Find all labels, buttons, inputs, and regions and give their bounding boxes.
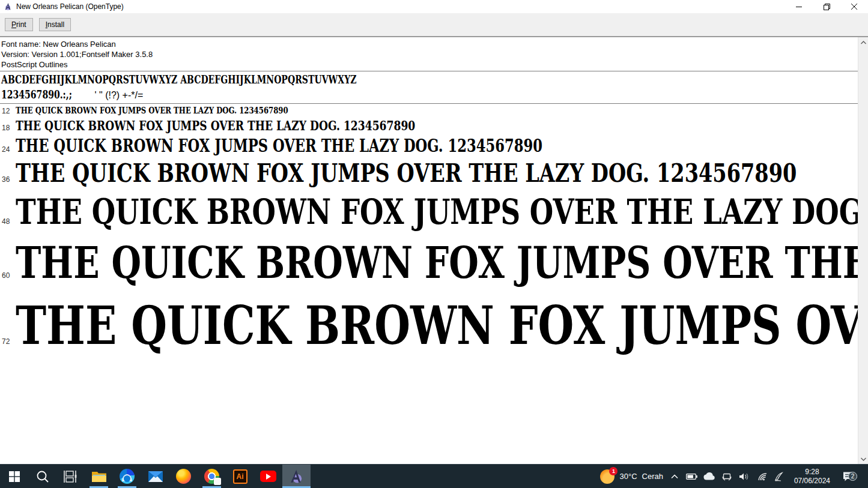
font-outline-line: PostScript Outlines <box>1 59 858 70</box>
window-title: New Orleans Pelican (OpenType) <box>16 2 785 11</box>
sample-text: THE QUICK BROWN FOX JUMPS OVER THE LAZY … <box>16 118 415 134</box>
start-button[interactable] <box>0 465 28 488</box>
font-name-line: Font name: New Orleans Pelican <box>1 39 858 49</box>
sample-row-72: 72 THE QUICK BROWN FOX JUMPS OVER THE LA… <box>0 298 858 369</box>
sample-row-36: 36 THE QUICK BROWN FOX JUMPS OVER THE LA… <box>0 159 858 193</box>
clock[interactable]: 9:28 07/06/2024 <box>791 468 834 486</box>
time-label: 9:28 <box>794 468 830 477</box>
restore-button[interactable] <box>813 0 840 13</box>
volume-icon[interactable] <box>738 469 750 484</box>
battery-icon[interactable] <box>686 469 698 484</box>
titlebar: New Orleans Pelican (OpenType) <box>0 0 868 13</box>
edge-icon <box>120 469 135 484</box>
task-view-icon <box>64 471 78 483</box>
illustrator-button[interactable]: Ai <box>226 465 254 488</box>
install-button[interactable]: Install <box>39 18 71 31</box>
temperature-label: 30°C <box>619 472 637 481</box>
search-icon <box>36 470 49 483</box>
sample-row-18: 18 THE QUICK BROWN FOX JUMPS OVER THE LA… <box>0 118 858 136</box>
firefox-button[interactable] <box>169 465 198 488</box>
charset-numerals: 1234567890.:,; ' " (!?) +-*/= <box>1 88 858 103</box>
sample-text: THE QUICK BROWN FOX JUMPS OVER THE LAZY … <box>16 159 797 187</box>
chrome-icon <box>204 469 219 484</box>
windows-logo-icon <box>9 471 20 482</box>
print-button[interactable]: Print <box>5 18 33 31</box>
sample-row-48: 48 THE QUICK BROWN FOX JUMPS OVER THE LA… <box>0 193 858 240</box>
sample-row-12: 12 THE QUICK BROWN FOX JUMPS OVER THE LA… <box>0 104 858 118</box>
sample-text: THE QUICK BROWN FOX JUMPS OVER THE LAZY … <box>16 298 858 352</box>
weather-widget[interactable]: 1 30°C Cerah <box>600 469 663 484</box>
sample-row-60: 60 THE QUICK BROWN FOX JUMPS OVER THE LA… <box>0 240 858 298</box>
illustrator-icon: Ai <box>233 469 247 484</box>
scroll-down-arrow[interactable] <box>858 454 868 464</box>
sample-row-24: 24 THE QUICK BROWN FOX JUMPS OVER THE LA… <box>0 136 858 159</box>
vertical-scrollbar[interactable] <box>858 37 868 464</box>
scroll-up-arrow[interactable] <box>858 37 868 47</box>
search-button[interactable] <box>28 465 56 488</box>
font-viewer-app-icon <box>4 2 13 11</box>
toolbar: Print Install <box>0 13 868 37</box>
onedrive-icon[interactable] <box>703 469 715 484</box>
task-view-button[interactable] <box>56 465 85 488</box>
font-viewer-taskbar-button[interactable] <box>282 465 311 488</box>
minimize-button[interactable] <box>785 0 813 13</box>
chrome-notification-overlay <box>214 478 221 485</box>
youtube-button[interactable] <box>254 465 282 488</box>
sample-text: THE QUICK BROWN FOX JUMPS OVER THE LAZY … <box>16 136 542 155</box>
action-center-button[interactable]: 2 <box>839 471 857 482</box>
size-label: 18 <box>0 120 16 136</box>
font-info: Font name: New Orleans Pelican Version: … <box>0 37 858 71</box>
size-label: 60 <box>0 253 16 298</box>
taskbar: Ai 1 30°C Cerah <box>0 464 868 488</box>
font-viewer-window: New Orleans Pelican (OpenType) Print Ins… <box>0 0 868 464</box>
mail-button[interactable] <box>141 465 169 488</box>
size-label: 12 <box>0 104 16 118</box>
mail-icon <box>148 471 163 483</box>
pen-icon[interactable] <box>773 469 785 484</box>
size-label: 24 <box>0 140 16 159</box>
system-tray: 1 30°C Cerah <box>600 465 868 488</box>
firefox-icon <box>176 469 191 484</box>
charset-letters: ABCDEFGHIJKLMNOPQRSTUVWXYZ ABCDEFGHIJKLM… <box>1 73 858 88</box>
cast-icon[interactable] <box>721 469 733 484</box>
notification-badge: 2 <box>848 472 857 481</box>
edge-button[interactable] <box>113 465 141 488</box>
sample-lines: 12 THE QUICK BROWN FOX JUMPS OVER THE LA… <box>0 104 858 369</box>
youtube-icon <box>260 471 276 482</box>
file-explorer-icon <box>91 470 107 483</box>
date-label: 07/06/2024 <box>794 477 830 486</box>
sample-text: THE QUICK BROWN FOX JUMPS OVER THE LAZY … <box>16 240 858 285</box>
close-button[interactable] <box>840 0 868 13</box>
sample-text: THE QUICK BROWN FOX JUMPS OVER THE LAZY … <box>16 104 288 117</box>
size-label: 72 <box>0 315 16 369</box>
font-viewer-icon <box>289 469 305 484</box>
file-explorer-button[interactable] <box>85 465 113 488</box>
chrome-button[interactable] <box>198 465 226 488</box>
weather-icon: 1 <box>600 469 615 484</box>
hidden-icons-chevron[interactable] <box>669 469 681 484</box>
network-icon[interactable] <box>756 469 768 484</box>
size-label: 36 <box>0 166 16 193</box>
charset-preview: ABCDEFGHIJKLMNOPQRSTUVWXYZ ABCDEFGHIJKLM… <box>0 71 858 103</box>
font-version-line: Version: Version 1.001;Fontself Maker 3.… <box>1 49 858 59</box>
weather-badge: 1 <box>609 467 618 475</box>
size-label: 48 <box>0 203 16 240</box>
sample-text: THE QUICK BROWN FOX JUMPS OVER THE LAZY … <box>16 193 858 230</box>
font-preview-area: Font name: New Orleans Pelican Version: … <box>0 37 858 464</box>
weather-condition-label: Cerah <box>642 472 663 481</box>
